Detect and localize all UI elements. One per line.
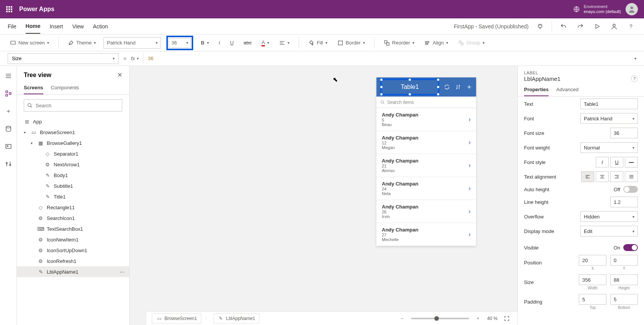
formula-expand-icon[interactable]: ▾ [634, 56, 636, 61]
prop-x-input[interactable]: 20 [579, 255, 606, 266]
visible-toggle[interactable] [623, 244, 638, 251]
treeview-search[interactable] [24, 99, 122, 112]
fit-icon[interactable] [501, 313, 512, 324]
tree-rectangle[interactable]: ◇Rectangle11 [17, 202, 129, 213]
prop-displaymode-select[interactable]: Edit▾ [580, 226, 638, 236]
zoom-slider[interactable] [411, 318, 469, 319]
italic-toggle[interactable]: I [596, 157, 609, 167]
prop-fontweight-select[interactable]: Normal▾ [580, 142, 638, 153]
prop-width-input[interactable]: 356 [579, 274, 606, 285]
selected-label[interactable]: Table1 [380, 79, 439, 95]
data-icon[interactable] [3, 123, 14, 134]
formula-input[interactable]: 36 [148, 56, 630, 61]
group-button[interactable]: Group▾ [456, 38, 487, 48]
gallery-item[interactable]: Andy Champan24Neta› [376, 177, 476, 200]
zoom-out-icon[interactable]: − [397, 313, 407, 324]
underline-button[interactable]: U [228, 38, 236, 47]
align-center[interactable] [596, 171, 609, 182]
gallery-item[interactable]: Andy Champan12Megan› [376, 131, 476, 154]
chevron-right-icon[interactable]: › [468, 207, 471, 215]
menu-action[interactable]: Action [93, 20, 108, 33]
fontsize-input[interactable]: 36▾ [169, 38, 191, 48]
strikethrough-button[interactable]: abc [242, 38, 254, 47]
chevron-right-icon[interactable]: › [468, 230, 471, 238]
font-select[interactable]: Patrick Hand▾ [104, 37, 161, 49]
tree-browsescreen[interactable]: ▾▭BrowseScreen1 [17, 127, 129, 138]
tree-title[interactable]: ✎Title1 [17, 191, 129, 202]
tab-advanced[interactable]: Advanced [556, 84, 578, 96]
help-icon[interactable]: ? [626, 21, 636, 32]
close-icon[interactable]: ✕ [117, 71, 122, 79]
more-icon[interactable]: ⋯ [120, 269, 125, 275]
tree-body[interactable]: ✎Body1 [17, 170, 129, 181]
italic-button[interactable]: I [217, 38, 223, 47]
tree-searchicon[interactable]: ⚙SearchIcon1 [17, 213, 129, 223]
chevron-down-icon[interactable]: ▾ [24, 130, 28, 135]
zoom-in-icon[interactable]: ＋ [473, 313, 483, 324]
tools-icon[interactable] [3, 159, 14, 169]
autoheight-toggle[interactable] [623, 186, 638, 193]
gallery-item[interactable]: Andy Champan21Alonso› [376, 154, 476, 177]
tree-nextarrow[interactable]: ⚙NextArrow1 [17, 159, 129, 170]
tree-lblappname[interactable]: ✎LblAppName1⋯ [17, 266, 129, 277]
tree-textsearchbox[interactable]: ⌨TextSearchBox1 [17, 223, 129, 234]
gallery-item[interactable]: Andy Champan26Irvin› [376, 200, 476, 223]
align-right[interactable] [610, 171, 623, 182]
prop-padtop-input[interactable]: 5 [579, 294, 606, 305]
border-button[interactable]: Border▾ [335, 38, 367, 48]
menu-view[interactable]: View [72, 20, 84, 33]
tree-iconsortupdown[interactable]: ⚙IconSortUpDown1 [17, 245, 129, 256]
fill-button[interactable]: Fill▾ [306, 38, 330, 48]
help-icon[interactable]: ? [631, 75, 638, 82]
media-icon[interactable] [3, 141, 14, 152]
theme-button[interactable]: Theme▾ [66, 38, 98, 48]
chevron-right-icon[interactable]: › [468, 184, 471, 192]
reorder-button[interactable]: Reorder▾ [381, 38, 417, 48]
environment-picker[interactable]: Environment enayu.com (default) [573, 4, 621, 14]
align-button[interactable]: Align▾ [422, 38, 450, 48]
tree-iconrefresh[interactable]: ⚙IconRefresh1 [17, 256, 129, 266]
undo-icon[interactable] [558, 21, 569, 32]
play-icon[interactable] [592, 21, 603, 32]
hamburger-icon[interactable] [3, 71, 14, 81]
prop-padbottom-input[interactable]: 5 [610, 294, 638, 305]
tree-subtitle[interactable]: ✎Subtitle1 [17, 181, 129, 191]
fontcolor-button[interactable]: A▾ [259, 38, 271, 48]
tab-properties[interactable]: Properties [524, 84, 549, 96]
fx-button[interactable]: fx▾ [131, 56, 138, 61]
chevron-right-icon[interactable]: › [468, 161, 471, 169]
insert-icon[interactable]: ＋ [3, 106, 14, 117]
bold-button[interactable]: B▾ [199, 38, 211, 47]
share-icon[interactable] [609, 21, 619, 32]
breadcrumb-screen[interactable]: ▭BrowseScreen1 [152, 314, 201, 323]
underline-toggle[interactable]: U [610, 157, 623, 167]
gallery-item[interactable]: Andy Champan5Beau› [376, 108, 476, 131]
menu-insert[interactable]: Insert [49, 20, 63, 33]
refresh-icon[interactable] [444, 84, 450, 90]
menu-home[interactable]: Home [26, 19, 41, 34]
prop-fontsize-input[interactable]: 36 [610, 128, 638, 138]
property-select[interactable]: Size▾ [8, 53, 119, 64]
add-icon[interactable] [466, 84, 472, 90]
tab-components[interactable]: Components [51, 82, 79, 94]
treeview-icon[interactable] [3, 88, 14, 99]
tree-iconnewitem[interactable]: ⚙IconNewItem1 [17, 234, 129, 245]
prop-text-input[interactable]: Table1 [580, 98, 638, 109]
gallery-item[interactable]: Andy Champan27Mechelle› [376, 223, 476, 246]
menu-file[interactable]: File [8, 20, 16, 33]
prop-y-input[interactable]: 0 [610, 255, 638, 266]
appchecker-icon[interactable] [535, 21, 545, 32]
treeview-search-input[interactable] [36, 103, 119, 108]
prop-height-input[interactable]: 88 [610, 274, 638, 285]
tab-screens[interactable]: Screens [24, 82, 43, 94]
chevron-right-icon[interactable]: › [468, 138, 471, 146]
user-avatar[interactable] [626, 3, 638, 15]
prop-overflow-select[interactable]: Hidden▾ [580, 211, 638, 222]
prop-lineheight-input[interactable]: 1.2 [610, 197, 638, 207]
canvas[interactable]: ⬉ Table1 Search items Andy Champan5Beau›… [130, 66, 518, 325]
redo-icon[interactable] [575, 21, 586, 32]
newscreen-button[interactable]: New screen▾ [8, 38, 51, 48]
tree-separator[interactable]: ◇Separator1 [17, 148, 129, 159]
textalign-button[interactable]: ▾ [277, 38, 292, 48]
align-justify[interactable] [625, 171, 638, 182]
